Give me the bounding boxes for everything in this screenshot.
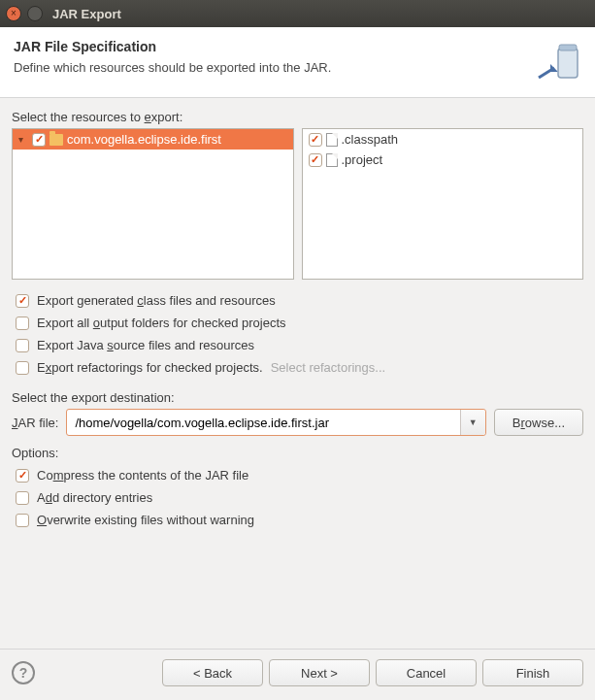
folder-icon [50,134,63,146]
option-overwrite[interactable]: Overwrite existing files without warning [12,509,583,531]
page-subtitle: Define which resources should be exporte… [14,60,331,75]
checkbox[interactable] [16,339,29,352]
resources-label: Select the resources to export: [12,110,583,124]
option-label: Export Java source files and resources [37,338,254,352]
jar-file-input[interactable] [67,410,459,435]
cancel-button[interactable]: Cancel [376,659,477,686]
option-export-java-source[interactable]: Export Java source files and resources [12,334,583,356]
checkbox[interactable] [16,317,29,330]
back-button[interactable]: < Back [162,659,263,686]
browse-button[interactable]: Browse... [494,409,583,436]
project-tree[interactable]: ▾ com.vogella.eclipse.ide.first [12,128,294,280]
window-title: JAR Export [52,7,121,21]
file-checkbox[interactable] [309,133,322,147]
file-checkbox[interactable] [309,153,322,167]
jar-icon [537,39,581,83]
close-icon[interactable]: × [6,6,21,21]
file-label: .classpath [342,132,399,147]
wizard-footer: ? < Back Next > Cancel Finish [0,649,595,700]
option-export-class-files[interactable]: Export generated class files and resourc… [12,289,583,312]
checkbox[interactable] [16,491,29,505]
option-export-refactorings[interactable]: Export refactorings for checked projects… [12,356,583,379]
svg-rect-0 [558,49,578,78]
option-export-output-folders[interactable]: Export all output folders for checked pr… [12,312,583,334]
file-list[interactable]: .classpath .project [302,128,584,280]
options-label: Options: [12,446,583,460]
option-label: Overwrite existing files without warning [37,513,254,527]
project-label: com.vogella.eclipse.ide.first [67,132,221,147]
option-label: Compress the contents of the JAR file [37,468,248,483]
next-button[interactable]: Next > [269,659,370,686]
wizard-header: JAR File Specification Define which reso… [0,27,595,98]
file-icon [326,133,338,147]
option-compress[interactable]: Compress the contents of the JAR file [12,464,583,486]
svg-rect-1 [559,45,577,50]
file-label: .project [342,152,383,167]
option-label: Add directory entries [37,490,152,505]
jar-file-combo[interactable]: ▼ [66,409,485,436]
checkbox[interactable] [16,469,29,483]
checkbox[interactable] [16,294,29,308]
page-title: JAR File Specification [14,39,331,54]
checkbox[interactable] [16,514,29,527]
minimize-icon[interactable] [27,6,43,21]
option-label: Export refactorings for checked projects… [37,360,263,375]
titlebar: × JAR Export [0,0,595,27]
option-label: Export generated class files and resourc… [37,293,276,308]
file-icon [326,153,338,167]
list-item[interactable]: .classpath [303,129,583,150]
chevron-down-icon[interactable]: ▼ [460,410,485,435]
tree-collapse-icon[interactable]: ▾ [18,134,28,145]
project-checkbox[interactable] [32,133,46,147]
option-add-directory[interactable]: Add directory entries [12,486,583,509]
checkbox[interactable] [16,361,29,375]
option-label: Export all output folders for checked pr… [37,316,286,330]
select-refactorings-link: Select refactorings... [271,360,386,375]
jar-file-label: JAR file: [12,416,58,430]
list-item[interactable]: .project [303,150,583,170]
destination-label: Select the export destination: [12,390,583,405]
help-icon[interactable]: ? [12,661,35,684]
tree-item-project[interactable]: ▾ com.vogella.eclipse.ide.first [13,129,293,150]
finish-button[interactable]: Finish [482,659,583,686]
